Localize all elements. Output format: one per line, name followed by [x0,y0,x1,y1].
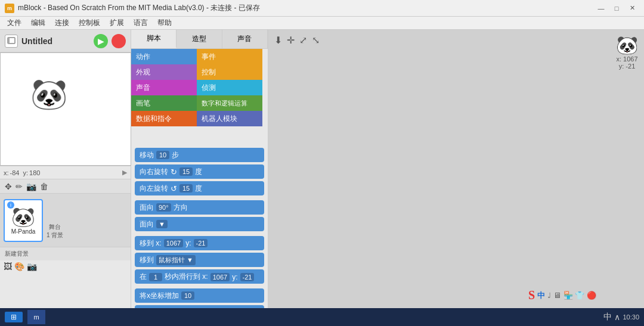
cat-pen[interactable]: 画笔 [131,95,197,111]
taskbar: ⊞ m 中 ∧ 10:30 [0,308,644,326]
taskbar-app-mblock[interactable]: m [27,310,45,324]
app-icon: m [5,4,14,13]
camera-bg-icon[interactable]: 📷 [27,262,37,271]
cat-left: 动作 外观 声音 画笔 数据和指令 [131,49,197,144]
y-pos-label: y: -21 [619,63,636,70]
tab-script[interactable]: 脚本 [131,30,177,48]
menu-board[interactable]: 控制板 [74,17,105,29]
block-face-toward[interactable]: 面向 ▼ [135,217,264,231]
brand-s: S [528,288,535,302]
cat-sound[interactable]: 声音 [131,80,197,95]
delete-icon[interactable]: 🗑 [40,182,48,191]
block-turn-left[interactable]: 向左旋转 ↺ 15 度 [135,181,264,195]
download-icon[interactable]: ⬇ [274,35,282,46]
run-button[interactable]: ▶ [94,34,108,48]
cat-right: 事件 控制 侦测 数字和逻辑运算 机器人模块 [197,49,262,144]
blocks-panel: 脚本 造型 声音 动作 外观 声音 画笔 数据和指令 事件 控制 侦测 数字和逻 [131,30,268,326]
tabs: 脚本 造型 声音 [131,30,268,49]
watermark: S 中 ♩ 🖥 🏪 👕 🔴 [528,288,596,302]
cat-looks[interactable]: 外观 [131,64,197,80]
cat-control[interactable]: 控制 [197,64,262,80]
copy-icon[interactable]: ✥ [5,182,12,191]
titlebar: m mBlock - Based On Scratch From the MIT… [0,0,644,17]
x-label: x: [4,169,9,176]
expand-icon[interactable]: ⤢ [299,35,307,46]
left-panel: Untitled ▶ 🐼 x: -84 y: 180 ▶ ✥ ✏ 📷 🗑 i [0,30,131,326]
menu-language[interactable]: 语言 [129,17,153,29]
titlebar-left: m mBlock - Based On Scratch From the MIT… [5,3,260,13]
block-face-dir[interactable]: 面向 90° 方向 [135,200,264,215]
main-area: Untitled ▶ 🐼 x: -84 y: 180 ▶ ✥ ✏ 📷 🗑 i [0,30,644,326]
stage-info: 新建背景 [0,247,131,260]
upload-bg-icon[interactable]: 🖼 [4,262,12,271]
panda-icon-right: 🐼 [616,35,638,55]
stop-button[interactable] [112,34,126,48]
camera-icon[interactable]: 📷 [26,182,36,191]
taskbar-up-icon[interactable]: ∧ [614,312,620,322]
y-value: 180 [29,169,40,176]
x-value: -84 [10,169,20,176]
svg-rect-1 [8,38,10,44]
menubar: 文件 编辑 连接 控制板 扩展 语言 帮助 [0,17,644,30]
titlebar-title: mBlock - Based On Scratch From the MIT M… [18,3,260,13]
new-bg-label: 新建背景 [5,250,29,257]
minimize-button[interactable]: — [594,2,608,14]
block-glide[interactable]: 在 1 秒内滑行到 x: 1067 y: -21 [135,269,264,284]
sprite-info-badge: i [7,201,14,209]
sprite-item[interactable]: i 🐼 M-Panda [4,199,43,242]
toolbar: ⬇ ✛ ⤢ ⤡ [274,35,320,46]
sprite-name: M-Panda [11,228,36,235]
tab-sounds[interactable]: 声音 [222,30,268,48]
coordinates: x: -84 y: 180 ▶ [0,166,131,179]
menu-connect[interactable]: 连接 [50,17,74,29]
block-categories: 动作 外观 声音 画笔 数据和指令 事件 控制 侦测 数字和逻辑运算 机器人模块 [131,49,268,144]
edit-icon[interactable]: ✏ [16,182,23,191]
panda-sprite: 🐼 [30,77,67,111]
brand-note: ♩ [547,291,551,300]
block-move[interactable]: 移动 10 步 [135,148,264,162]
menu-edit[interactable]: 编辑 [26,17,50,29]
cat-sense[interactable]: 侦测 [197,80,262,95]
cat-robot[interactable]: 机器人模块 [197,111,262,126]
panda-pos-panel: 🐼 x: 1067 y: -21 [616,35,638,70]
cat-events[interactable]: 事件 [197,49,262,64]
x-pos-label: x: 1067 [616,55,637,63]
collapse-icon[interactable]: ⤡ [312,35,320,46]
sprite-icon: 🐼 [11,206,35,228]
panda-stage: 🐼 [0,52,131,166]
y-label: y: [23,169,28,176]
sprite-controls: ✥ ✏ 📷 🗑 [0,179,131,193]
stage-label: 舞台 [49,223,61,231]
block-change-x[interactable]: 将x坐标增加 10 [135,288,264,303]
taskbar-icons: 中 ∧ 10:30 [603,312,639,322]
stage-view-button[interactable] [5,35,18,48]
menu-help[interactable]: 帮助 [153,17,177,29]
cat-motion[interactable]: 动作 [131,49,197,64]
close-button[interactable]: ✕ [625,2,639,14]
block-goto-mouse[interactable]: 移到 鼠标指针 ▼ [135,253,264,267]
script-area: ⬇ ✛ ⤢ ⤡ 🐼 x: 1067 y: -21 S 中 ♩ 🖥 🏪 👕 🔴 [268,30,644,326]
taskbar-time: 10:30 [623,313,639,321]
titlebar-controls[interactable]: — □ ✕ [594,2,639,14]
tab-costumes[interactable]: 造型 [177,30,222,48]
block-turn-right[interactable]: 向右旋转 ↻ 15 度 [135,164,264,179]
block-goto-xy[interactable]: 移到 x: 1067 y: -21 [135,236,264,250]
brand-icons: 🖥 🏪 👕 🔴 [553,291,596,300]
project-title: Untitled [21,36,90,46]
bg-count: 1 背景 [47,231,63,240]
taskbar-apps: m [27,310,45,324]
sprite-list: i 🐼 M-Panda 舞台 1 背景 [0,193,131,247]
brand-text: 中 [537,290,545,301]
start-button[interactable]: ⊞ [5,312,23,322]
coord-arrow: ▶ [122,169,127,176]
cat-operator[interactable]: 数字和逻辑运算 [197,95,262,111]
maximize-button[interactable]: □ [609,2,624,14]
stage-area: 舞台 1 背景 [47,199,63,242]
taskbar-cn-icon[interactable]: 中 [603,312,612,322]
paint-bg-icon[interactable]: 🎨 [14,262,24,271]
menu-file[interactable]: 文件 [2,17,26,29]
bg-icons: 🖼 🎨 📷 [0,260,131,272]
menu-extend[interactable]: 扩展 [105,17,129,29]
cat-data[interactable]: 数据和指令 [131,111,197,126]
cursor-icon[interactable]: ✛ [287,35,295,46]
